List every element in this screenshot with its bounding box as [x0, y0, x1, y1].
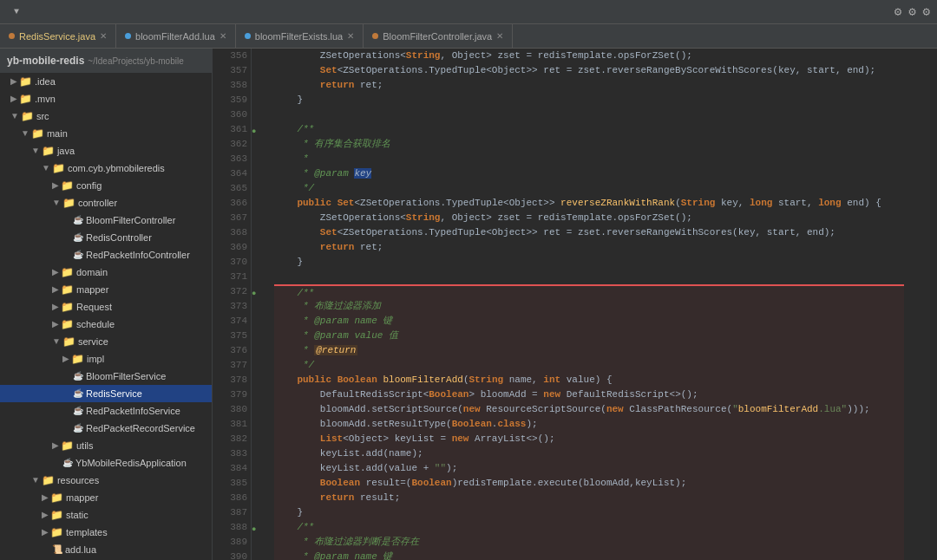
tree-item-label: RedPacketInfoService [86, 403, 180, 419]
sidebar-item-mapper[interactable]: ▶📁mapper [0, 489, 212, 506]
sidebar-item-src[interactable]: ▼📁src [0, 107, 212, 125]
tab-bar: RedisService.java ✕ bloomFilterAdd.lua ✕… [0, 24, 937, 49]
sidebar: yb-mobile-redis ~/IdeaProjects/yb-mobile… [0, 49, 213, 560]
gutter-cell [252, 240, 267, 255]
line-number: 375 [216, 329, 247, 343]
code-line: } [274, 93, 904, 107]
line-number: 376 [216, 343, 247, 358]
editor-content[interactable]: 3563573583593603613623633643653663673683… [213, 49, 937, 560]
line-number: 365 [216, 181, 247, 196]
tree-item-label: utils [76, 438, 94, 453]
sidebar-item-.mvn[interactable]: ▶📁.mvn [0, 90, 212, 107]
sidebar-item-utils[interactable]: ▶📁utils [0, 437, 212, 454]
tab-close[interactable]: ✕ [220, 31, 226, 41]
code-line: ZSetOperations<String, Object> zset = re… [274, 211, 904, 225]
code-line: * @param name 键 [274, 314, 904, 329]
gutter-cell [252, 491, 267, 505]
tab-java-icon [372, 33, 378, 39]
tree-item-label: BloomFilterService [86, 368, 166, 384]
sidebar-item-domain[interactable]: ▶📁domain [0, 264, 212, 281]
sidebar-item-redpacketinfoservice[interactable]: ☕RedPacketInfoService [0, 402, 212, 420]
gutter-cell [252, 225, 267, 240]
tab-label: RedisService.java [19, 31, 95, 42]
tree-item-label: RedPacketInfoController [86, 247, 190, 263]
code-line: * @return [274, 343, 904, 358]
tab-bloom-add[interactable]: bloomFilterAdd.lua ✕ [116, 24, 236, 48]
code-line [274, 107, 904, 122]
code-line: * @param value 值 [274, 329, 904, 343]
line-number: 371 [216, 270, 247, 284]
code-line: return ret; [274, 240, 904, 255]
tree-item-label: RedisService [86, 386, 142, 401]
gutter-cell [252, 137, 267, 152]
gutter-cell [252, 270, 267, 284]
sidebar-item-.idea[interactable]: ▶📁.idea [0, 73, 212, 90]
sidebar-item-java[interactable]: ▼📁java [0, 142, 212, 160]
sidebar-item-add.lua[interactable]: 📜add.lua [0, 541, 212, 558]
sidebar-item-bloomfilterservice[interactable]: ☕BloomFilterService [0, 368, 212, 385]
tree-item-label: resources [57, 472, 99, 488]
tree-item-label: RedisController [86, 230, 152, 245]
tree-item-label: add.lua [65, 542, 96, 557]
tab-label: bloomFilterAdd.lua [135, 31, 215, 42]
sidebar-item-bloomfiltercontroller[interactable]: ☕BloomFilterController [0, 212, 212, 229]
code-line: ZSetOperations<String, Object> zset = re… [274, 49, 904, 63]
line-number: 385 [216, 476, 247, 491]
gutter-cell [252, 314, 267, 329]
sidebar-item-request[interactable]: ▶📁Request [0, 298, 212, 316]
line-number: 358 [216, 78, 247, 93]
tab-bloom-controller[interactable]: BloomFilterController.java ✕ [364, 24, 513, 48]
sidebar-item-ybmobileredisapplication[interactable]: ☕YbMobileRedisApplication [0, 454, 212, 472]
code-content[interactable]: ZSetOperations<String, Object> zset = re… [267, 49, 911, 560]
code-line: keyList.add(name); [274, 446, 904, 461]
tab-close[interactable]: ✕ [347, 31, 354, 41]
sidebar-item-main[interactable]: ▼📁main [0, 125, 212, 142]
line-number: 360 [216, 107, 247, 122]
tree-item-label: schedule [76, 316, 115, 332]
gutter-cell [252, 446, 267, 461]
sidebar-item-controller[interactable]: ▼📁controller [0, 194, 212, 212]
gutter-cell [252, 373, 267, 387]
file-tree: ▶📁.idea▶📁.mvn▼📁src▼📁main▼📁java▼📁com.cyb.… [0, 73, 212, 560]
sidebar-item-mapper[interactable]: ▶📁mapper [0, 281, 212, 298]
project-title: yb-mobile-redis [7, 55, 84, 67]
code-line: public Boolean bloomFilterAdd(String nam… [274, 373, 904, 387]
sidebar-item-com.cyb.ybmobileredis[interactable]: ▼📁com.cyb.ybmobileredis [0, 160, 212, 177]
line-number: 363 [216, 152, 247, 166]
code-line: * [274, 152, 904, 166]
sidebar-item-redisservice[interactable]: ☕RedisService [0, 385, 212, 402]
tree-item-label: mapper [66, 490, 98, 505]
sidebar-item-redpacketrecordservice[interactable]: ☕RedPacketRecordService [0, 420, 212, 437]
code-line: DefaultRedisScript<Boolean> bloomAdd = n… [274, 387, 904, 402]
code-line: bloomAdd.setScriptSource(new ResourceScr… [274, 402, 904, 417]
sidebar-item-rediscontroller[interactable]: ☕RedisController [0, 229, 212, 246]
settings-icon[interactable]: ⚙ [894, 4, 901, 19]
sidebar-item-impl[interactable]: ▶📁impl [0, 350, 212, 368]
sidebar-item-service[interactable]: ▼📁service [0, 333, 212, 350]
line-number: 369 [216, 240, 247, 255]
tab-close[interactable]: ✕ [100, 31, 107, 41]
line-number: 366 [216, 196, 247, 211]
sidebar-item-static[interactable]: ▶📁static [0, 506, 212, 524]
line-number: 370 [216, 255, 247, 270]
build-icon[interactable]: ⚙ [908, 4, 915, 19]
line-number: 384 [216, 461, 247, 476]
tab-close[interactable]: ✕ [496, 31, 503, 41]
run-icon[interactable]: ⚙ [923, 4, 930, 19]
gutter-cell [252, 417, 267, 432]
line-number: 374 [216, 314, 247, 329]
tree-item-label: BloomFilterController [86, 212, 175, 228]
tab-redis-service[interactable]: RedisService.java ✕ [0, 24, 116, 48]
tab-bloom-exists[interactable]: bloomFilterExists.lua ✕ [236, 24, 364, 48]
sidebar-item-config[interactable]: ▶📁config [0, 177, 212, 194]
line-number: 361 [216, 122, 247, 137]
sidebar-item-schedule[interactable]: ▶📁schedule [0, 316, 212, 333]
tree-item-label: impl [87, 351, 104, 367]
toolbar-icons: ⚙ ⚙ ⚙ [894, 4, 930, 19]
tree-item-label: RedPacketRecordService [86, 420, 195, 436]
project-dropdown-icon[interactable]: ▼ [14, 7, 19, 16]
code-line: Boolean result=(Boolean)redisTemplate.ex… [274, 476, 904, 491]
sidebar-item-redpacketinfocontroller[interactable]: ☕RedPacketInfoController [0, 246, 212, 264]
sidebar-item-resources[interactable]: ▼📁resources [0, 472, 212, 489]
sidebar-item-templates[interactable]: ▶📁templates [0, 524, 212, 541]
